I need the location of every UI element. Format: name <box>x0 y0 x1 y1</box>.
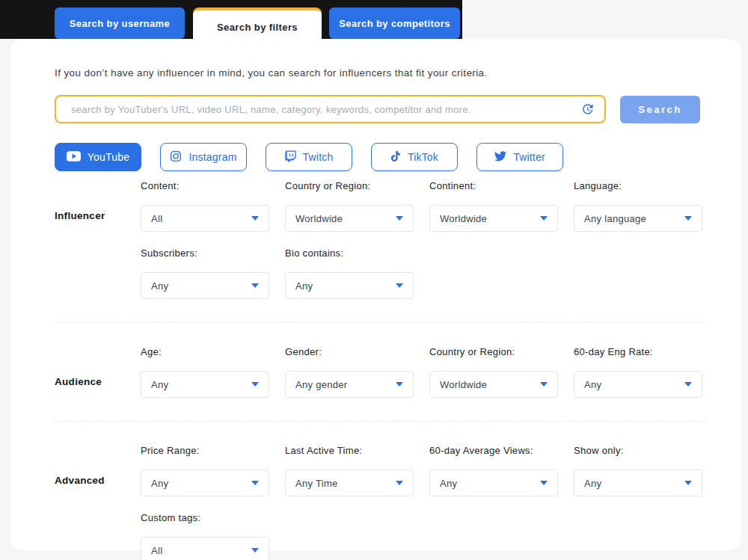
caret-down-icon <box>251 481 259 485</box>
filter-label: Price Range: <box>141 445 269 459</box>
caret-down-icon <box>684 382 692 387</box>
platform-twitter-button[interactable]: Twitter <box>476 143 563 171</box>
search-input[interactable] <box>55 95 606 123</box>
filter-eng-rate: 60-day Eng Rate: Any <box>574 346 702 398</box>
dropdown-value: Worldwide <box>295 213 343 224</box>
caret-down-icon <box>396 481 403 485</box>
content-dropdown[interactable]: All <box>141 205 269 232</box>
section-advanced: Advanced Price Range: Any Last Active Ti… <box>55 421 705 560</box>
tab-search-by-filters[interactable]: Search by filters <box>193 7 322 43</box>
custom-tags-dropdown[interactable]: All <box>141 537 269 560</box>
dropdown-value: Any <box>584 478 601 489</box>
language-dropdown[interactable]: Any language <box>574 205 702 232</box>
price-range-dropdown[interactable]: Any <box>141 470 269 496</box>
dropdown-value: Worldwide <box>440 379 487 390</box>
filter-label: 60-day Average Views: <box>429 445 558 459</box>
filter-label: Custom tags: <box>141 512 269 526</box>
dropdown-value: Any Time <box>295 478 338 489</box>
filter-label: 60-day Eng Rate: <box>574 346 702 360</box>
caret-down-icon <box>251 382 259 387</box>
platform-instagram-button[interactable]: Instagram <box>160 143 247 171</box>
caret-down-icon <box>251 283 259 288</box>
bio-contains-dropdown[interactable]: Any <box>285 272 414 299</box>
filter-label: Last Active Time: <box>285 445 414 459</box>
twitch-icon <box>285 150 296 164</box>
audience-country-dropdown[interactable]: Worldwide <box>429 371 558 398</box>
search-box <box>55 95 606 123</box>
dropdown-value: Any <box>295 280 313 292</box>
dropdown-value: Any <box>440 478 457 489</box>
filter-label: Bio contains: <box>285 247 414 262</box>
filter-show-only: Show only: Any <box>574 445 702 496</box>
caret-down-icon <box>684 216 692 221</box>
filter-label: Gender: <box>285 346 414 360</box>
filter-label: Subscribers: <box>141 247 269 262</box>
filter-bio-contains: Bio contains: Any <box>285 247 414 299</box>
dropdown-value: Any <box>151 478 168 489</box>
intro-text: If you don’t have any influencer in mind… <box>55 67 705 79</box>
filter-country-region: Country or Region: Worldwide <box>285 180 414 232</box>
caret-down-icon <box>396 216 403 221</box>
filter-label: Content: <box>141 180 269 194</box>
search-history-button[interactable] <box>580 102 594 116</box>
caret-down-icon <box>396 283 403 288</box>
eng-rate-dropdown[interactable]: Any <box>574 371 702 398</box>
continent-dropdown[interactable]: Worldwide <box>429 205 558 232</box>
tab-search-by-competitors[interactable]: Search by competitors <box>329 7 460 39</box>
filter-label: Country or Region: <box>429 346 558 360</box>
age-dropdown[interactable]: Any <box>141 371 269 398</box>
dropdown-value: Any language <box>584 213 646 224</box>
tab-search-by-username[interactable]: Search by username <box>55 7 185 39</box>
platform-tiktok-button[interactable]: TikTok <box>371 143 458 171</box>
platform-label: Twitch <box>303 151 334 163</box>
caret-down-icon <box>540 382 548 387</box>
dropdown-value: Worldwide <box>440 213 487 224</box>
caret-down-icon <box>251 216 259 221</box>
filter-language: Language: Any language <box>574 180 702 232</box>
filter-audience-country: Country or Region: Worldwide <box>429 346 558 398</box>
dropdown-value: Any <box>584 379 601 390</box>
last-active-dropdown[interactable]: Any Time <box>285 470 414 496</box>
dropdown-value: Any <box>151 379 168 390</box>
caret-down-icon <box>540 216 548 221</box>
caret-down-icon <box>251 548 259 553</box>
gender-dropdown[interactable]: Any gender <box>285 371 414 398</box>
filter-last-active: Last Active Time: Any Time <box>285 445 414 496</box>
dropdown-value: All <box>151 545 162 556</box>
filter-label: Age: <box>141 346 269 360</box>
filter-label: Language: <box>574 180 702 194</box>
section-audience: Audience Age: Any Gender: Any gender Cou… <box>55 322 705 398</box>
platform-twitch-button[interactable]: Twitch <box>266 143 352 171</box>
subscribers-dropdown[interactable]: Any <box>141 272 269 299</box>
filter-age: Age: Any <box>141 346 269 398</box>
section-title-audience: Audience <box>55 346 125 387</box>
dropdown-value: Any gender <box>295 379 348 390</box>
filter-continent: Continent: Worldwide <box>429 180 558 232</box>
filter-label: Continent: <box>429 180 558 194</box>
platform-label: TikTok <box>408 151 438 163</box>
section-title-advanced: Advanced <box>55 445 125 486</box>
filters-panel: If you don’t have any influencer in mind… <box>10 39 741 550</box>
tiktok-note-icon <box>390 150 401 164</box>
filter-subscribers: Subscribers: Any <box>141 247 269 299</box>
dropdown-value: All <box>151 213 162 224</box>
section-influencer: Influencer Content: All Country or Regio… <box>55 180 705 299</box>
filter-gender: Gender: Any gender <box>285 346 414 398</box>
dropdown-value: Any <box>151 280 168 292</box>
caret-down-icon <box>684 481 692 485</box>
caret-down-icon <box>396 382 403 387</box>
filter-content: Content: All <box>141 180 269 232</box>
history-icon <box>580 107 594 118</box>
filter-label: Show only: <box>574 445 702 459</box>
country-region-dropdown[interactable]: Worldwide <box>285 205 414 232</box>
section-title-influencer: Influencer <box>55 180 125 221</box>
platform-buttons: YouTube Instagram Twitch <box>55 143 705 171</box>
search-button[interactable]: Search <box>620 96 700 123</box>
show-only-dropdown[interactable]: Any <box>574 470 702 496</box>
avg-views-dropdown[interactable]: Any <box>429 470 558 496</box>
filter-avg-views: 60-day Average Views: Any <box>429 445 558 496</box>
caret-down-icon <box>540 481 548 485</box>
instagram-icon <box>170 150 182 164</box>
platform-youtube-button[interactable]: YouTube <box>55 143 141 171</box>
filter-label: Country or Region: <box>285 180 414 194</box>
